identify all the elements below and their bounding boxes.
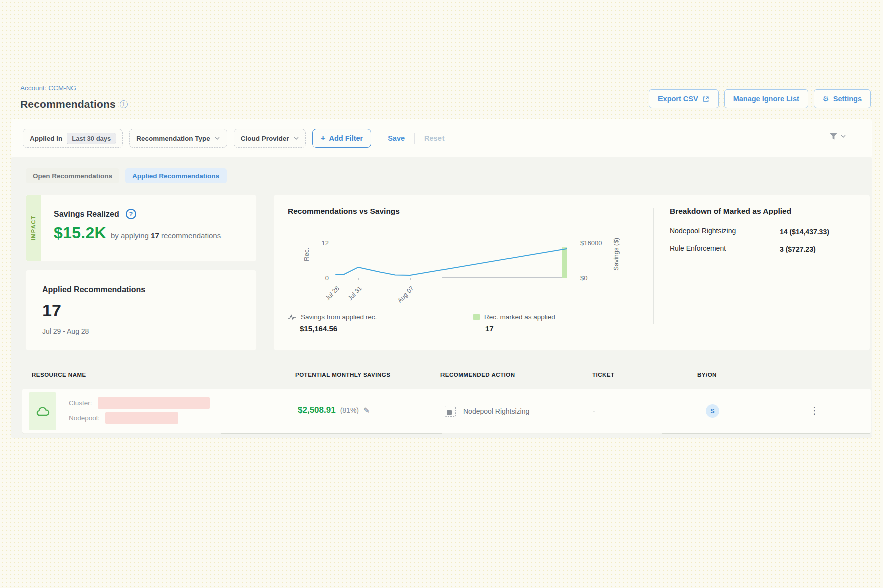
- redacted-cluster-name: [98, 397, 210, 409]
- y-left-tick-min: 0: [304, 274, 329, 282]
- filter-applied-in-label: Applied In: [30, 135, 62, 142]
- filter-bar: Applied In Last 30 days Recommendation T…: [11, 119, 872, 157]
- legend-line-label: Savings from applied rec.: [301, 313, 377, 321]
- savings-realized-title: Savings Realized: [54, 210, 119, 219]
- help-icon[interactable]: ?: [126, 209, 136, 219]
- chevron-down-icon: [294, 137, 299, 140]
- y-left-axis-title: Rec.: [303, 248, 310, 261]
- breakdown-row: Nodepool Rightsizing 14 ($14,437.33): [670, 227, 845, 237]
- impact-ribbon: IMPACT: [26, 195, 41, 261]
- table-row[interactable]: Cluster: Nodepool: $2,508.91 (81%) ✎ Nod…: [22, 389, 871, 434]
- settings-button[interactable]: ⚙ Settings: [814, 89, 871, 108]
- filter-funnel-icon: [829, 132, 838, 140]
- filter-cloud-provider[interactable]: Cloud Provider: [234, 129, 306, 148]
- applied-card-title: Applied Recommendations: [42, 285, 256, 295]
- applied-card-date-range: Jul 29 - Aug 28: [42, 327, 256, 335]
- chart-canvas: [336, 243, 567, 278]
- reset-filter-button[interactable]: Reset: [421, 134, 448, 142]
- column-header-potential-monthly-savings: POTENTIAL MONTHLY SAVINGS: [295, 372, 390, 378]
- column-header-by-on: BY/ON: [697, 372, 717, 378]
- breakdown-row-label: Rule Enforcement: [670, 244, 780, 255]
- avatar[interactable]: S: [706, 404, 719, 418]
- ticket-cell: -: [593, 407, 595, 415]
- cluster-label: Cluster:: [69, 399, 92, 407]
- resource-type-cell: [29, 392, 56, 430]
- chart-panel: Recommendations vs Savings 12 0 $16000 $…: [273, 194, 870, 351]
- column-header-ticket: TICKET: [592, 372, 615, 378]
- external-link-icon: [702, 95, 710, 103]
- legend-bar-value: 17: [485, 324, 555, 333]
- breakdown-row-value: 14 ($14,437.33): [780, 227, 832, 237]
- breakdown-row-value: 3 ($727.23): [780, 244, 832, 255]
- savings-realized-card: IMPACT Savings Realized ? $15.2K by appl…: [25, 194, 257, 262]
- filter-cloud-provider-label: Cloud Provider: [241, 135, 289, 142]
- y-right-tick-max: $16000: [580, 239, 605, 247]
- y-left-tick-max: 12: [304, 239, 329, 247]
- breakdown-section: Breakdown of Marked as Applied Nodepool …: [670, 207, 845, 255]
- filter-recommendation-type[interactable]: Recommendation Type: [129, 129, 227, 148]
- resource-name-cell: Cluster: Nodepool:: [69, 397, 210, 424]
- savings-amount: $2,508.91: [298, 405, 336, 415]
- divider: [378, 129, 378, 148]
- tab-open-recommendations[interactable]: Open Recommendations: [26, 168, 119, 183]
- nodepool-label: Nodepool:: [69, 414, 100, 422]
- filter-recommendation-type-label: Recommendation Type: [136, 135, 210, 142]
- potential-savings-cell: $2,508.91 (81%) ✎: [298, 405, 370, 415]
- pulse-line-icon: [288, 314, 296, 320]
- savings-realized-byline: by applying 17 recommendations: [111, 231, 221, 240]
- applied-card-count: 17: [42, 301, 256, 320]
- legend-bar-label: Rec. marked as applied: [484, 313, 555, 321]
- cloud-icon: [36, 406, 50, 417]
- edit-pencil-icon[interactable]: ✎: [363, 406, 370, 415]
- breakdown-row: Rule Enforcement 3 ($727.23): [670, 244, 845, 255]
- filter-applied-in-value[interactable]: Last 30 days: [67, 133, 116, 144]
- header-actions: Export CSV Manage Ignore List ⚙ Settings: [649, 89, 871, 108]
- x-axis-tick-mark: [410, 278, 411, 280]
- x-axis-tick-mark: [336, 278, 336, 280]
- y-right-axis-title: Savings ($): [612, 238, 620, 271]
- x-axis-label: Aug 07: [385, 285, 415, 315]
- x-axis-tick-mark: [358, 278, 359, 280]
- redacted-nodepool-name: [105, 412, 178, 424]
- divider: [653, 208, 654, 324]
- column-header-resource-name: RESOURCE NAME: [32, 372, 86, 378]
- recommendations-page: Account: CCM-NG Recommendations i Export…: [0, 0, 883, 588]
- export-csv-button[interactable]: Export CSV: [649, 89, 719, 108]
- recommended-action-label: Nodepool Rightsizing: [463, 407, 529, 415]
- divider: [414, 133, 415, 144]
- savings-percent: (81%): [340, 406, 359, 414]
- column-header-recommended-action: RECOMMENDED ACTION: [440, 372, 515, 378]
- table-header-row: RESOURCE NAME POTENTIAL MONTHLY SAVINGS …: [11, 372, 872, 382]
- x-axis-labels: Jul 28Jul 31Aug 07: [336, 278, 567, 308]
- breakdown-row-label: Nodepool Rightsizing: [670, 227, 780, 237]
- green-square-icon: [473, 314, 480, 320]
- save-filter-button[interactable]: Save: [385, 134, 408, 142]
- manage-ignore-list-label: Manage Ignore List: [733, 95, 799, 103]
- page-title-row: Recommendations i: [20, 98, 128, 110]
- y-right-tick-min: $0: [580, 274, 605, 282]
- row-menu-kebab-icon[interactable]: ⋮: [810, 405, 819, 417]
- filter-panel-toggle[interactable]: [829, 132, 846, 140]
- export-csv-label: Export CSV: [658, 95, 698, 103]
- applied-recommendations-card: Applied Recommendations 17 Jul 29 - Aug …: [25, 270, 257, 351]
- filter-applied-in[interactable]: Applied In Last 30 days: [23, 129, 123, 148]
- breadcrumb-account[interactable]: Account: CCM-NG: [20, 84, 76, 92]
- rightsizing-icon: [445, 406, 456, 417]
- savings-realized-amount: $15.2K: [54, 224, 106, 242]
- tab-applied-recommendations[interactable]: Applied Recommendations: [125, 168, 227, 183]
- recommended-action-cell: Nodepool Rightsizing: [445, 406, 529, 417]
- page-title: Recommendations: [20, 98, 116, 110]
- chart-plot-area: [336, 243, 567, 278]
- chevron-down-icon: [215, 137, 220, 140]
- main-content: Open Recommendations Applied Recommendat…: [11, 157, 872, 438]
- gear-icon: ⚙: [823, 95, 829, 103]
- add-filter-button[interactable]: + Add Filter: [312, 129, 372, 148]
- chevron-down-icon: [841, 135, 846, 138]
- info-icon[interactable]: i: [120, 100, 128, 108]
- legend-savings-line: Savings from applied rec. $15,164.56: [288, 313, 377, 333]
- breakdown-title: Breakdown of Marked as Applied: [670, 207, 845, 216]
- legend-line-value: $15,164.56: [300, 324, 377, 333]
- plus-icon: +: [321, 133, 326, 143]
- settings-label: Settings: [833, 95, 862, 103]
- manage-ignore-list-button[interactable]: Manage Ignore List: [724, 89, 808, 108]
